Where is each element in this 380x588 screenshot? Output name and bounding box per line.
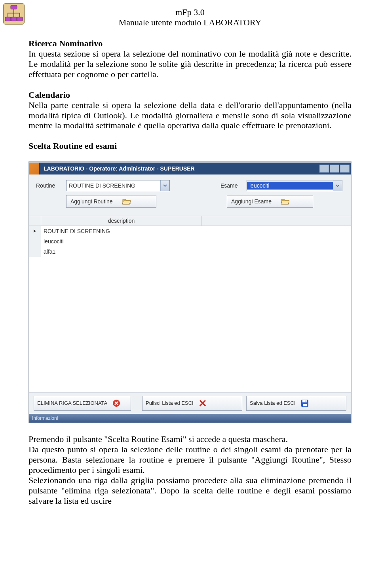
close-button[interactable]	[340, 165, 350, 173]
add-esame-label: Aggiungi Esame	[231, 198, 272, 205]
svg-rect-1	[5, 17, 11, 21]
section-scelta: Scelta Routine ed esami	[28, 141, 352, 151]
status-text: Informazioni	[32, 415, 58, 421]
section-calendario: Calendario Nella parte centrale si opera…	[28, 90, 352, 131]
titlebar-corner-icon	[29, 163, 40, 175]
delete-icon	[112, 399, 121, 408]
minimize-button[interactable]	[319, 165, 329, 173]
esame-label: Esame	[220, 182, 241, 189]
svg-rect-0	[11, 5, 17, 9]
bottom-toolbar: ELIMINA RIGA SELEZIONATA Pulisci Lista e…	[29, 392, 351, 414]
folder-open-icon	[122, 198, 131, 205]
after-p3: Selezionando una riga dalla griglia poss…	[28, 475, 352, 506]
table-row[interactable]: leucociti	[29, 236, 351, 247]
section-title-scelta: Scelta Routine ed esami	[28, 141, 117, 151]
svg-rect-3	[17, 17, 23, 21]
svg-rect-2	[11, 17, 17, 21]
esame-combo-value: leucociti	[247, 182, 333, 190]
svg-rect-8	[306, 400, 306, 402]
section-ricerca: Ricerca Nominativo In questa sezione si …	[28, 38, 352, 80]
svg-rect-6	[302, 400, 307, 402]
header-line2: Manuale utente modulo LABORATORY	[28, 17, 352, 28]
routine-combo-value: ROUTINE DI SCREENING	[66, 182, 160, 189]
add-routine-button[interactable]: Aggiungi Routine	[66, 195, 156, 208]
after-text: Premendo il pulsante "Scelta Routine Esa…	[28, 434, 352, 506]
section-title-ricerca: Ricerca Nominativo	[28, 38, 103, 48]
window-title: LABORATORIO - Operatore: Administrator -…	[40, 165, 319, 172]
add-routine-label: Aggiungi Routine	[70, 198, 113, 205]
after-p2: Da questo punto si opera la selezione de…	[28, 444, 352, 475]
clear-exit-label: Pulisci Lista ed ESCI	[146, 400, 194, 406]
section-title-calendario: Calendario	[28, 90, 70, 100]
routine-label: Routine	[36, 182, 61, 189]
clear-exit-button[interactable]: Pulisci Lista ed ESCI	[142, 396, 242, 411]
delete-row-button[interactable]: ELIMINA RIGA SELEZIONATA	[34, 396, 131, 411]
grid-body[interactable]: ROUTINE DI SCREENING leucociti alfa1	[29, 226, 351, 392]
delete-row-label: ELIMINA RIGA SELEZIONATA	[37, 400, 107, 406]
after-p1: Premendo il pulsante "Scelta Routine Esa…	[28, 434, 288, 444]
screenshot-window: LABORATORIO - Operatore: Administrator -…	[28, 161, 352, 423]
org-chart-icon	[3, 3, 25, 25]
grid-header: description	[29, 216, 351, 226]
header-line1: mFp 3.0	[28, 7, 352, 17]
save-icon	[300, 399, 309, 408]
maximize-button[interactable]	[330, 165, 339, 173]
routine-combo[interactable]: ROUTINE DI SCREENING	[66, 180, 170, 191]
add-esame-button[interactable]: Aggiungi Esame	[227, 195, 313, 208]
table-row[interactable]: alfa1	[29, 247, 351, 257]
status-bar: Informazioni	[29, 414, 351, 423]
save-exit-button[interactable]: Salva Lista ed ESCI	[246, 396, 346, 411]
esame-combo[interactable]: leucociti	[247, 180, 342, 191]
col-description[interactable]: description	[41, 216, 202, 226]
doc-header: mFp 3.0 Manuale utente modulo LABORATORY	[28, 0, 352, 28]
save-exit-label: Salva Lista ed ESCI	[250, 400, 296, 406]
svg-rect-7	[303, 404, 307, 406]
table-row[interactable]: ROUTINE DI SCREENING	[29, 226, 351, 236]
folder-open-icon	[281, 198, 290, 205]
section-text-calendario: Nella parte centrale si opera la selezio…	[28, 100, 352, 131]
section-text-ricerca: In questa sezione si opera la selezione …	[28, 49, 352, 79]
cancel-icon	[198, 399, 207, 408]
chevron-down-icon	[333, 180, 342, 191]
row-pointer-icon	[29, 226, 41, 236]
chevron-down-icon	[160, 180, 169, 191]
form-area: Routine ROUTINE DI SCREENING Esame leuco…	[29, 175, 351, 216]
window-titlebar: LABORATORIO - Operatore: Administrator -…	[29, 163, 351, 175]
